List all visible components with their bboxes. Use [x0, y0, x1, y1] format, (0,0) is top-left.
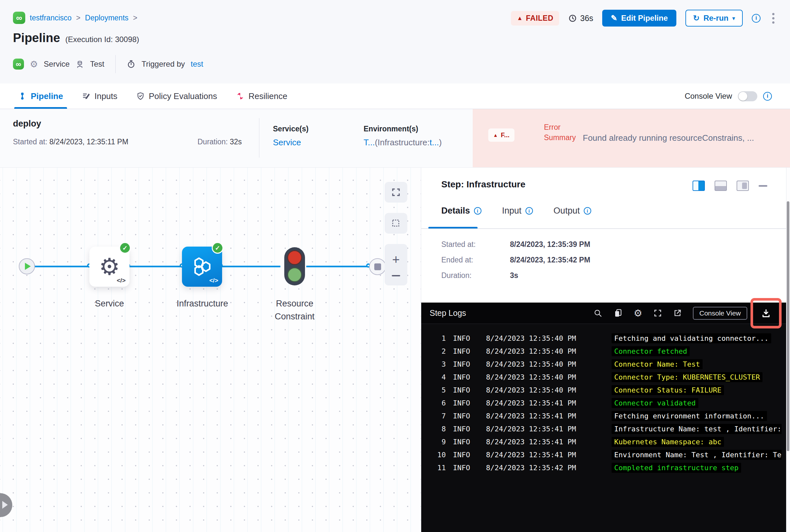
- meta-service-label[interactable]: Service: [44, 59, 70, 69]
- infrastructure-node-label: Infrastructure: [152, 297, 253, 310]
- breadcrumb-project-link[interactable]: testfrancisco: [30, 14, 72, 22]
- tab-resilience[interactable]: Resilience: [236, 83, 288, 109]
- tab-input[interactable]: Inputi: [502, 206, 533, 216]
- stage-duration: Duration: 32s: [198, 137, 242, 146]
- log-row: 5INFO8/24/2023 12:35:40 PMConnector Stat…: [432, 383, 782, 396]
- info-icon[interactable]: i: [526, 207, 533, 214]
- rerun-icon: ↻: [693, 14, 700, 23]
- clock-icon: [568, 14, 577, 23]
- content-area: ⚙ </> ✓ Service </> ✓ Infrastructure: [0, 167, 790, 532]
- start-node: [19, 258, 35, 274]
- info-icon[interactable]: i: [474, 207, 481, 214]
- canvas-select-button[interactable]: [385, 213, 407, 234]
- play-icon: [25, 263, 31, 270]
- info-icon[interactable]: i: [584, 207, 591, 214]
- edit-pipeline-button[interactable]: ✎ Edit Pipeline: [602, 10, 676, 26]
- green-light-icon: [287, 267, 302, 282]
- detail-ended-at: Ended at: 8/24/2023, 12:35:42 PM: [441, 255, 590, 264]
- rerun-button[interactable]: ↻ Re-run ▾: [685, 10, 743, 26]
- error-summary-zone: ▲ F... Error Summary Found already runni…: [473, 109, 790, 167]
- edge-infrastructure-resource: [221, 266, 280, 267]
- console-view-toggle[interactable]: [738, 91, 757, 101]
- expand-panel-handle[interactable]: [0, 493, 12, 517]
- fullscreen-icon[interactable]: [654, 309, 662, 318]
- more-options-button[interactable]: [770, 12, 777, 25]
- log-settings-gear-icon[interactable]: ⚙: [633, 307, 642, 319]
- download-logs-highlight[interactable]: [751, 298, 782, 328]
- canvas-fullscreen-button[interactable]: [385, 182, 407, 203]
- resource-constraint-node-label: Resource Constraint: [256, 297, 333, 323]
- copy-icon[interactable]: [613, 308, 623, 318]
- status-badge: ▲ FAILED: [511, 11, 559, 25]
- inputs-icon: [82, 92, 90, 100]
- floating-view-icon[interactable]: [737, 180, 749, 191]
- error-summary-label: Error Summary: [544, 122, 584, 143]
- stage-summary-bar: deploy Started at: 8/24/2023, 12:35:11 P…: [0, 109, 790, 167]
- red-light-icon: [287, 250, 302, 265]
- zoom-out-button[interactable]: [392, 275, 400, 277]
- resilience-icon: [236, 92, 244, 100]
- environment-icon: [75, 60, 84, 69]
- pipeline-graph-canvas[interactable]: ⚙ </> ✓ Service </> ✓ Infrastructure: [0, 168, 421, 532]
- environments-value[interactable]: T...(Infrastructure:t...): [364, 137, 442, 148]
- console-view-label: Console View: [685, 92, 732, 101]
- panel-scrollbar-thumb[interactable]: [787, 201, 789, 451]
- harness-logo-icon: ∞: [13, 59, 24, 70]
- step-logs-console: Step Logs ⚙: [421, 303, 786, 532]
- breadcrumb: ∞ testfrancisco > Deployments >: [13, 12, 137, 24]
- main-tab-bar: Pipeline Inputs Policy Evaluations: [0, 83, 790, 109]
- services-link[interactable]: Service: [273, 137, 301, 148]
- services-label: Service(s): [273, 125, 309, 133]
- edge-resource-end: [306, 266, 370, 267]
- code-icon: </>: [209, 277, 218, 284]
- chevron-down-icon: ▾: [732, 15, 735, 21]
- panel-scrollbar: [786, 168, 790, 532]
- stage-name[interactable]: deploy: [13, 119, 41, 129]
- info-icon[interactable]: i: [763, 92, 772, 101]
- step-node-service[interactable]: ⚙ </> ✓: [89, 247, 129, 287]
- page-title: Pipeline: [13, 31, 60, 45]
- panel-view-switcher: [693, 180, 767, 191]
- breadcrumb-deployments-link[interactable]: Deployments: [85, 14, 129, 22]
- tab-details[interactable]: Detailsi: [441, 206, 481, 216]
- step-node-resource-constraint[interactable]: [284, 247, 305, 285]
- open-in-new-icon[interactable]: [673, 309, 682, 318]
- warning-icon: ▲: [493, 132, 498, 138]
- tab-inputs[interactable]: Inputs: [82, 83, 117, 109]
- log-row: 1INFO8/24/2023 12:35:40 PMFetching and v…: [432, 332, 782, 345]
- log-row: 4INFO8/24/2023 12:35:40 PMConnector Type…: [432, 370, 782, 383]
- step-node-infrastructure[interactable]: </> ✓: [182, 247, 222, 287]
- step-panel-tabs: Detailsi Inputi Outputi: [441, 206, 591, 216]
- environments-label: Environment(s): [364, 125, 418, 133]
- stop-icon: [374, 263, 381, 270]
- minimize-panel-button[interactable]: [758, 185, 767, 187]
- pencil-icon: ✎: [611, 14, 617, 23]
- tab-output[interactable]: Outputi: [554, 206, 591, 216]
- service-node-label: Service: [70, 297, 149, 310]
- stopwatch-icon: [127, 59, 136, 69]
- search-icon[interactable]: [593, 309, 602, 318]
- edge-service-infrastructure: [129, 266, 183, 267]
- code-icon: </>: [117, 277, 126, 284]
- console-view-button[interactable]: Console View: [693, 307, 747, 320]
- error-summary-text: Found already running resourceConstrains…: [583, 133, 754, 143]
- triggered-by-link[interactable]: test: [191, 59, 203, 69]
- right-view-icon[interactable]: [693, 180, 705, 191]
- log-row: 8INFO8/24/2023 12:35:41 PMInfrastructure…: [432, 422, 782, 435]
- success-check-icon: ✓: [212, 242, 223, 254]
- harness-logo-icon: ∞: [13, 12, 25, 24]
- log-row: 10INFO8/24/2023 12:35:41 PMEnvironment N…: [432, 448, 782, 461]
- zoom-controls: +: [385, 244, 407, 285]
- tab-policy-evaluations[interactable]: Policy Evaluations: [136, 83, 217, 109]
- success-check-icon: ✓: [119, 242, 131, 254]
- zoom-in-button[interactable]: +: [392, 253, 400, 266]
- meta-environment-label[interactable]: Test: [90, 59, 104, 69]
- chevron-right-icon: [2, 501, 8, 509]
- info-icon[interactable]: i: [752, 14, 760, 23]
- tab-pipeline[interactable]: Pipeline: [18, 83, 63, 109]
- panel-divider: [421, 228, 786, 229]
- step-logs-header: Step Logs ⚙: [421, 303, 786, 324]
- log-rows: 1INFO8/24/2023 12:35:40 PMFetching and v…: [432, 332, 782, 529]
- bottom-view-icon[interactable]: [715, 180, 727, 191]
- log-row: 6INFO8/24/2023 12:35:41 PMConnector vali…: [432, 396, 782, 410]
